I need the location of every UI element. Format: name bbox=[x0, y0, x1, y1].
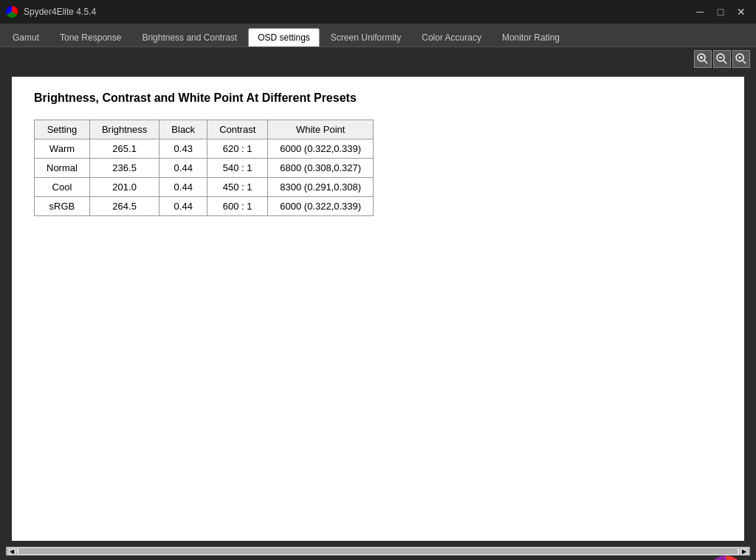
table-cell: 236.5 bbox=[89, 159, 159, 178]
tab-gamut[interactable]: Gamut bbox=[3, 28, 49, 46]
table-cell: 201.0 bbox=[89, 178, 159, 197]
table-header: SettingBrightnessBlackContrastWhite Poin… bbox=[35, 120, 374, 139]
svg-line-9 bbox=[743, 61, 746, 63]
minimize-button[interactable]: ─ bbox=[691, 3, 709, 21]
table-cell: 0.44 bbox=[159, 178, 207, 197]
svg-point-8 bbox=[739, 57, 741, 59]
zoom-out-button[interactable] bbox=[713, 50, 731, 68]
scroll-right-button[interactable]: ▶ bbox=[739, 547, 749, 556]
table-cell: 265.1 bbox=[89, 139, 159, 159]
zoom-in-icon bbox=[697, 53, 709, 65]
zoom-fit-icon bbox=[735, 53, 747, 65]
table-header-cell: White Point bbox=[268, 120, 374, 139]
svg-line-6 bbox=[724, 61, 726, 63]
table-cell: Warm bbox=[35, 139, 90, 159]
table-header-cell: Black bbox=[159, 120, 207, 139]
svg-line-3 bbox=[704, 61, 707, 63]
spyder-logo bbox=[707, 556, 744, 560]
table-row: Normal236.50.44540 : 16800 (0.308,0.327) bbox=[35, 159, 374, 178]
zoom-in-button[interactable] bbox=[694, 50, 712, 68]
table-cell: Cool bbox=[35, 178, 90, 197]
bottom-bar: Display Name: AOC Q3277PQU Print Close bbox=[0, 556, 756, 560]
horizontal-scrollbar[interactable]: ◀ ▶ bbox=[6, 547, 750, 556]
scroll-thumb bbox=[18, 548, 738, 554]
table-row: sRGB264.50.44600 : 16000 (0.322,0.339) bbox=[35, 197, 374, 216]
table-cell: 0.43 bbox=[159, 139, 207, 159]
table-row: Cool201.00.44450 : 18300 (0.291,0.308) bbox=[35, 178, 374, 197]
table-cell: Normal bbox=[35, 159, 90, 178]
tab-brightness-contrast[interactable]: Brightness and Contrast bbox=[132, 28, 247, 46]
table-cell: 540 : 1 bbox=[207, 159, 268, 178]
table-header-cell: Contrast bbox=[207, 120, 268, 139]
tab-osd-settings[interactable]: OSD settings bbox=[248, 28, 320, 46]
table-cell: 6800 (0.308,0.327) bbox=[268, 159, 374, 178]
table-cell: 264.5 bbox=[89, 197, 159, 216]
table-row: Warm265.10.43620 : 16000 (0.322,0.339) bbox=[35, 139, 374, 159]
bottom-buttons: Print Close bbox=[586, 556, 744, 560]
table-cell: 620 : 1 bbox=[207, 139, 268, 159]
table-header-cell: Setting bbox=[35, 120, 90, 139]
data-table: SettingBrightnessBlackContrastWhite Poin… bbox=[34, 120, 374, 216]
table-cell: 6000 (0.322,0.339) bbox=[268, 197, 374, 216]
table-cell: 8300 (0.291,0.308) bbox=[268, 178, 374, 197]
close-window-button[interactable]: ✕ bbox=[732, 3, 750, 21]
app-title: Spyder4Elite 4.5.4 bbox=[24, 7, 96, 17]
table-header-cell: Brightness bbox=[89, 120, 159, 139]
content-panel[interactable]: Brightness, Contrast and White Point At … bbox=[12, 77, 744, 541]
header-row: SettingBrightnessBlackContrastWhite Poin… bbox=[35, 120, 374, 139]
tab-screen-uniformity[interactable]: Screen Uniformity bbox=[321, 28, 410, 46]
zoom-out-icon bbox=[716, 53, 728, 65]
table-cell: 0.44 bbox=[159, 159, 207, 178]
tab-color-accuracy[interactable]: Color Accuracy bbox=[412, 28, 491, 46]
window-controls[interactable]: ─ □ ✕ bbox=[691, 3, 750, 21]
tab-tone-response[interactable]: Tone Response bbox=[50, 28, 131, 46]
table-cell: 0.44 bbox=[159, 197, 207, 216]
main-area: Brightness, Contrast and White Point At … bbox=[0, 71, 756, 547]
table-body: Warm265.10.43620 : 16000 (0.322,0.339)No… bbox=[35, 139, 374, 216]
tab-bar: GamutTone ResponseBrightness and Contras… bbox=[0, 24, 756, 47]
tab-monitor-rating[interactable]: Monitor Rating bbox=[492, 28, 569, 46]
zoom-fit-button[interactable] bbox=[732, 50, 750, 68]
app-icon bbox=[6, 6, 18, 18]
report-title: Brightness, Contrast and White Point At … bbox=[34, 91, 722, 105]
table-cell: 600 : 1 bbox=[207, 197, 268, 216]
scroll-left-button[interactable]: ◀ bbox=[7, 547, 17, 556]
table-cell: 450 : 1 bbox=[207, 178, 268, 197]
title-bar: Spyder4Elite 4.5.4 ─ □ ✕ bbox=[0, 0, 756, 24]
title-bar-left: Spyder4Elite 4.5.4 bbox=[6, 6, 96, 18]
toolbar-row bbox=[0, 47, 756, 71]
maximize-button[interactable]: □ bbox=[712, 3, 729, 21]
table-cell: sRGB bbox=[35, 197, 90, 216]
table-cell: 6000 (0.322,0.339) bbox=[268, 139, 374, 159]
